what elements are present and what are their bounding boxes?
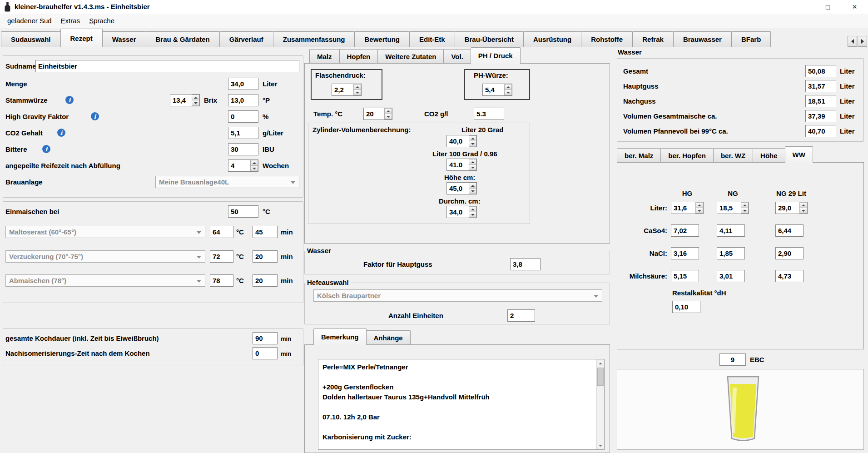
ww-liter-ng29-spinbox[interactable]: 29,0 bbox=[775, 202, 808, 214]
ww-milchsaeure-hg-input[interactable]: 5,15 bbox=[671, 270, 699, 282]
ph-wuerze-spinbox[interactable]: 5,4 bbox=[482, 84, 512, 96]
sudname-input[interactable]: Einheitsbier bbox=[35, 60, 299, 72]
rast2-temp-input[interactable]: 72 bbox=[210, 250, 233, 263]
einmaischen-input[interactable]: 50 bbox=[228, 205, 258, 218]
memo-scrollbar[interactable] bbox=[596, 359, 604, 449]
close-button[interactable]: × bbox=[841, 0, 868, 14]
menu-geladener-sud[interactable]: geladener Sud bbox=[3, 14, 56, 27]
spinner-buttons[interactable] bbox=[469, 183, 476, 194]
spinner-buttons[interactable] bbox=[695, 202, 703, 214]
tab-ber-wz[interactable]: ber. WZ bbox=[713, 148, 753, 162]
ww-liter-hg-spinbox[interactable]: 31,6 bbox=[671, 202, 704, 214]
ebc-input[interactable]: 9 bbox=[719, 353, 746, 366]
tab-zusammenfassung[interactable]: Zusammenfassung bbox=[273, 31, 355, 47]
menu-extras[interactable]: Extras bbox=[56, 14, 85, 27]
ww-nacl-hg-input[interactable]: 3,16 bbox=[671, 247, 699, 259]
tab-brau-gaerdaten[interactable]: Brau & Gärdaten bbox=[146, 31, 220, 47]
ww-milchsaeure-ng-input[interactable]: 3,01 bbox=[717, 270, 745, 282]
tab-malz[interactable]: Malz bbox=[309, 49, 340, 63]
minimize-button[interactable]: – bbox=[788, 0, 814, 14]
pfannevoll-input[interactable]: 40,70 bbox=[805, 125, 836, 137]
stammwuerze-brix-spinbox[interactable]: 13,4 bbox=[170, 94, 200, 106]
bittere-input[interactable]: 30 bbox=[228, 143, 258, 155]
tab-bewertung[interactable]: Bewertung bbox=[354, 31, 410, 47]
tab-bemerkung[interactable]: Bemerkung bbox=[313, 329, 367, 345]
reifezeit-spinbox[interactable]: 4 bbox=[228, 159, 258, 172]
tab-ber-hopfen[interactable]: ber. Hopfen bbox=[660, 148, 714, 162]
zyl-hoehe-spinbox[interactable]: 45,0 bbox=[446, 182, 477, 194]
high-gravity-input[interactable]: 0 bbox=[228, 110, 258, 123]
tab-ber-malz[interactable]: ber. Malz bbox=[617, 148, 661, 162]
scrollbar-thumb[interactable] bbox=[597, 368, 604, 386]
scroll-up-icon[interactable] bbox=[597, 359, 604, 367]
spinner-buttons[interactable] bbox=[353, 84, 361, 95]
ww-caso4-hg-input[interactable]: 7,02 bbox=[671, 224, 699, 237]
ww-nacl-ng-input[interactable]: 1,85 bbox=[717, 247, 745, 259]
tab-gaerverlauf[interactable]: Gärverlauf bbox=[219, 31, 273, 47]
rast2-dropdown[interactable]: Verzuckerung (70°-75°) bbox=[5, 250, 205, 263]
bemerkung-textarea[interactable]: Perle=MIX Perle/Tetnanger +200g Gerstenf… bbox=[318, 359, 605, 450]
tab-brau-uebersicht[interactable]: Brau-Übersicht bbox=[455, 31, 524, 47]
rast2-dauer-input[interactable]: 20 bbox=[253, 250, 278, 263]
tab-brauwasser[interactable]: Brauwasser bbox=[673, 31, 732, 47]
hefe-dropdown[interactable]: Kölsch Braupartner bbox=[313, 289, 602, 302]
rast3-temp-input[interactable]: 78 bbox=[210, 274, 233, 287]
spinner-buttons[interactable] bbox=[469, 135, 476, 147]
menu-sprache[interactable]: Sprache bbox=[84, 14, 119, 27]
menge-input[interactable]: 34,0 bbox=[228, 78, 258, 90]
zyl-liter100-spinbox[interactable]: 41.0 bbox=[446, 159, 477, 171]
gesamt-input[interactable]: 50,08 bbox=[805, 65, 836, 77]
spinner-buttons[interactable] bbox=[384, 108, 392, 119]
tab-rezept[interactable]: Rezept bbox=[60, 29, 103, 47]
rast1-dauer-input[interactable]: 45 bbox=[253, 226, 278, 238]
flaschendruck-spinbox[interactable]: 2,2 bbox=[332, 84, 362, 96]
tab-scroll-right-button[interactable] bbox=[858, 36, 867, 47]
anzahl-einheiten-input[interactable]: 2 bbox=[507, 309, 535, 322]
tab-scroll-left-button[interactable] bbox=[848, 36, 857, 47]
tab-ww[interactable]: WW bbox=[785, 146, 813, 163]
tab-refrak[interactable]: Refrak bbox=[632, 31, 674, 47]
ww-nacl-ng29-input[interactable]: 2,90 bbox=[775, 247, 804, 259]
ww-milchsaeure-ng29-input[interactable]: 4,73 bbox=[775, 270, 804, 282]
spinner-buttons[interactable] bbox=[469, 206, 476, 218]
restalkalitaet-input[interactable]: 0,10 bbox=[672, 301, 700, 313]
stammwuerze-input[interactable]: 13,0 bbox=[228, 94, 258, 106]
nachguss-input[interactable]: 18,51 bbox=[805, 95, 836, 107]
tab-weitere-zutaten[interactable]: Weitere Zutaten bbox=[377, 49, 444, 63]
rast3-dauer-input[interactable]: 20 bbox=[253, 274, 278, 287]
tab-rohstoffe[interactable]: Rohstoffe bbox=[581, 31, 633, 47]
rast1-temp-input[interactable]: 64 bbox=[210, 226, 233, 238]
rast3-dropdown[interactable]: Abmaischen (78°) bbox=[5, 274, 205, 287]
spinner-buttons[interactable] bbox=[741, 202, 749, 214]
tab-hopfen[interactable]: Hopfen bbox=[339, 49, 378, 63]
tab-ausruestung[interactable]: Ausrüstung bbox=[523, 31, 581, 47]
tab-vol[interactable]: Vol. bbox=[443, 49, 471, 63]
scroll-down-icon[interactable] bbox=[597, 442, 604, 449]
co2-input[interactable]: 5,1 bbox=[228, 127, 258, 139]
co2-gl-input[interactable]: 5.3 bbox=[474, 108, 504, 120]
zyl-liter20-spinbox[interactable]: 40,0 bbox=[446, 135, 477, 147]
maximize-button[interactable]: □ bbox=[814, 0, 841, 14]
tab-sudauswahl[interactable]: Sudauswahl bbox=[1, 31, 61, 47]
spinner-buttons[interactable] bbox=[469, 159, 476, 170]
spinner-buttons[interactable] bbox=[192, 95, 199, 106]
tab-hoehe[interactable]: Höhe bbox=[753, 148, 785, 162]
tab-wasser[interactable]: Wasser bbox=[102, 31, 146, 47]
tab-edit-etk[interactable]: Edit-Etk bbox=[409, 31, 455, 47]
nachiso-input[interactable]: 0 bbox=[253, 347, 278, 359]
gesamtmaische-input[interactable]: 37,39 bbox=[805, 110, 836, 122]
temp-spinbox[interactable]: 20 bbox=[363, 108, 392, 120]
tab-bfarb[interactable]: BFarb bbox=[731, 31, 771, 47]
spinner-buttons[interactable] bbox=[504, 84, 512, 95]
faktor-hauptguss-input[interactable]: 3,8 bbox=[510, 258, 541, 270]
ww-caso4-ng29-input[interactable]: 6,44 bbox=[775, 224, 804, 237]
spinner-buttons[interactable] bbox=[250, 160, 258, 171]
ww-liter-ng-spinbox[interactable]: 18,5 bbox=[717, 202, 749, 214]
hauptguss-input[interactable]: 31,57 bbox=[805, 80, 836, 92]
tab-ph-druck[interactable]: PH / Druck bbox=[471, 47, 521, 64]
zyl-durchmesser-spinbox[interactable]: 34,0 bbox=[446, 206, 477, 218]
spinner-buttons[interactable] bbox=[799, 202, 807, 214]
ww-caso4-ng-input[interactable]: 4,11 bbox=[717, 224, 745, 237]
brauanlage-dropdown[interactable]: Meine Brauanlage40L bbox=[155, 176, 299, 188]
kochdauer-input[interactable]: 90 bbox=[253, 332, 278, 344]
